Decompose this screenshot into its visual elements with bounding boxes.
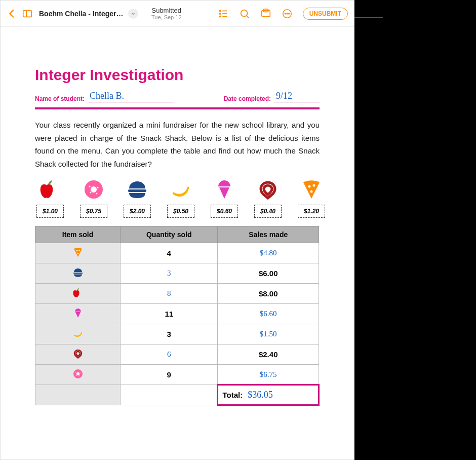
toolbar: Boehm Chella - Integers I... Submitted T… [1, 1, 354, 27]
sales-cell: $8.00 [218, 284, 319, 304]
back-icon[interactable] [7, 8, 18, 19]
sidebar-icon[interactable] [22, 8, 33, 19]
pizza-icon [296, 178, 327, 201]
dropdown-chip[interactable] [128, 9, 138, 19]
burger-icon [122, 178, 152, 201]
qty-cell: 3 [121, 324, 218, 344]
sales-table: Item soldQuantity soldSales made 4 $4.80… [35, 226, 320, 406]
svg-point-4 [219, 16, 220, 17]
table-row: 3 $6.00 [35, 263, 319, 284]
total-row: Total: $36.05 [35, 385, 319, 405]
total-empty1 [35, 385, 121, 405]
svg-point-8 [241, 10, 247, 16]
price-icecream: $0.60 [211, 205, 238, 218]
svg-point-13 [285, 13, 286, 14]
table-row: 6 $2.40 [35, 344, 319, 365]
icecream-icon [209, 178, 240, 201]
snack-apple: $1.00 [35, 178, 65, 218]
pretzel-icon [253, 178, 283, 201]
table-row: 9 $6.75 [35, 365, 319, 385]
price-pizza: $1.20 [298, 205, 325, 218]
price-burger: $2.00 [124, 205, 151, 218]
unsubmit-button[interactable]: UNSUBMIT [303, 8, 348, 20]
qty-cell: 11 [121, 304, 218, 324]
svg-point-2 [219, 10, 220, 11]
qty-cell: 9 [121, 365, 218, 385]
total-cell: Total: $36.05 [218, 385, 319, 405]
snack-banana: $0.50 [166, 178, 196, 218]
price-apple: $1.00 [36, 205, 64, 218]
name-value: Chella B. [88, 91, 174, 102]
status-date: Tue, Sep 12 [151, 14, 182, 20]
date-value: 9/12 [274, 91, 320, 102]
app-window: Boehm Chella - Integers I... Submitted T… [0, 0, 354, 460]
apple-icon [35, 178, 65, 201]
document-body: Integer Investigation Name of student: C… [1, 27, 354, 406]
date-label: Date completed: [224, 95, 271, 102]
sales-cell: $4.80 [218, 243, 319, 263]
banana-icon [166, 178, 196, 201]
table-row: 4 $4.80 [35, 243, 319, 263]
item-cell [35, 284, 121, 304]
present-icon[interactable] [260, 8, 271, 19]
item-cell [35, 263, 121, 284]
snack-donut: $0.75 [78, 178, 109, 218]
qty-cell: 4 [121, 243, 218, 263]
snack-legend: $1.00 $0.75 $2.00 $0.50 $0.60 $0.40 $1.2… [35, 178, 320, 218]
sales-cell: $6.00 [218, 263, 319, 284]
col-header: Sales made [218, 226, 319, 243]
table-row: 11 $6.60 [35, 304, 319, 324]
name-field: Name of student: Chella B. [35, 91, 174, 102]
svg-line-9 [247, 16, 249, 18]
svg-rect-0 [23, 10, 32, 17]
snack-burger: $2.00 [122, 178, 152, 218]
name-label: Name of student: [35, 95, 85, 102]
qty-cell: 3 [121, 263, 218, 284]
qty-cell: 8 [121, 284, 218, 304]
price-pretzel: $0.40 [254, 205, 282, 218]
more-icon[interactable] [282, 8, 293, 19]
callout-line [354, 17, 383, 18]
svg-point-3 [219, 13, 220, 14]
price-banana: $0.50 [167, 205, 194, 218]
item-cell [35, 304, 121, 324]
title-block: Boehm Chella - Integers I... [39, 9, 138, 19]
divider [35, 107, 320, 109]
price-donut: $0.75 [80, 205, 107, 218]
table-row: 3 $1.50 [35, 324, 319, 344]
total-empty2 [121, 385, 218, 405]
date-field: Date completed: 9/12 [224, 91, 320, 102]
document-title: Boehm Chella - Integers I... [39, 10, 125, 18]
svg-point-15 [288, 13, 289, 14]
donut-icon [78, 178, 109, 201]
intro-paragraph: Your class recently organized a mini fun… [35, 119, 320, 170]
snack-icecream: $0.60 [209, 178, 240, 218]
sales-cell: $1.50 [218, 324, 319, 344]
svg-rect-10 [261, 10, 270, 16]
item-cell [35, 365, 121, 385]
page-title: Integer Investigation [35, 66, 320, 84]
item-cell [35, 344, 121, 365]
svg-point-14 [287, 13, 288, 14]
snack-pizza: $1.20 [296, 178, 327, 218]
table-row: 8 $8.00 [35, 284, 319, 304]
qty-cell: 6 [121, 344, 218, 365]
col-header: Item sold [35, 226, 121, 243]
sales-cell: $2.40 [218, 344, 319, 365]
sales-cell: $6.60 [218, 304, 319, 324]
list-icon[interactable] [218, 8, 229, 19]
item-cell [35, 243, 121, 263]
status-title: Submitted [151, 7, 182, 14]
search-icon[interactable] [239, 8, 250, 19]
col-header: Quantity sold [121, 226, 218, 243]
status-block: Submitted Tue, Sep 12 [151, 7, 182, 20]
item-cell [35, 324, 121, 344]
snack-pretzel: $0.40 [253, 178, 283, 218]
sales-cell: $6.75 [218, 365, 319, 385]
